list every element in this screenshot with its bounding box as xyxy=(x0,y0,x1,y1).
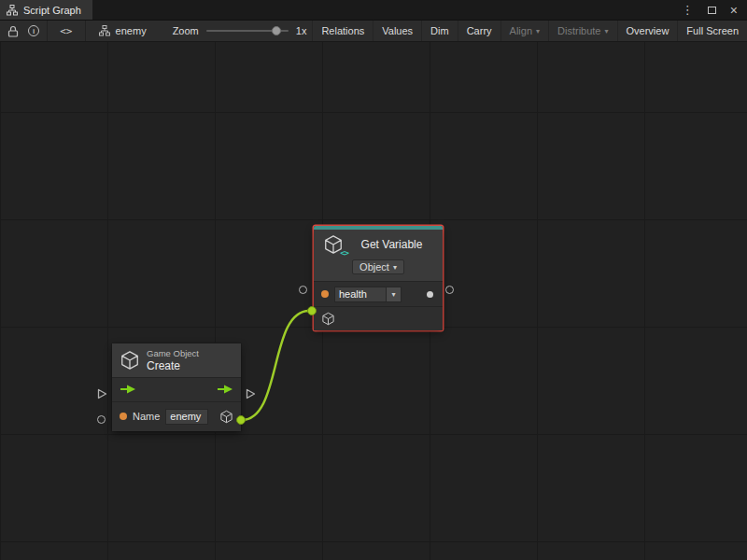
create-name-row: Name xyxy=(112,401,241,431)
variable-kind-dropdown[interactable]: Object ▾ xyxy=(352,259,404,274)
graph-reference[interactable]: enemy xyxy=(86,21,160,41)
chevron-down-icon: ▾ xyxy=(536,27,540,35)
chevron-down-icon: ▾ xyxy=(391,290,395,299)
object-target-port[interactable] xyxy=(307,306,317,315)
create-node-subtitle: Game Object xyxy=(147,348,199,359)
graph-toolbar: i <> enemy Zoom 1x Relations Values Dim xyxy=(0,20,747,42)
info-icon[interactable]: i xyxy=(28,25,39,36)
zoom-control: Zoom 1x xyxy=(160,21,313,41)
object-target-row xyxy=(314,306,443,330)
get-variable-header: <> Get Variable xyxy=(314,230,443,257)
variable-input-port[interactable] xyxy=(299,286,307,294)
game-object-output-cube-icon xyxy=(219,410,233,424)
zoom-label: Zoom xyxy=(173,25,199,36)
graph-tab-icon xyxy=(7,5,18,16)
graph-name-label: enemy xyxy=(116,25,147,36)
value-output-dot xyxy=(427,291,433,298)
object-target-cube-icon xyxy=(321,312,335,326)
flow-in-arrow-icon[interactable] xyxy=(120,385,136,394)
tab-title: Script Graph xyxy=(23,5,81,16)
zoom-slider[interactable] xyxy=(206,30,289,32)
game-object-output-port[interactable] xyxy=(236,415,246,425)
code-view-icon[interactable]: <> xyxy=(48,21,85,41)
distribute-button[interactable]: Distribute ▾ xyxy=(548,21,616,41)
create-node-header: Game Object Create xyxy=(112,343,241,377)
variable-name-row: ▾ xyxy=(314,281,443,306)
relations-button[interactable]: Relations xyxy=(312,21,373,41)
tab-script-graph[interactable]: Script Graph xyxy=(0,0,92,20)
kebab-menu-icon[interactable]: ⋮ xyxy=(682,4,694,16)
name-input-port[interactable] xyxy=(97,415,106,424)
name-param-label: Name xyxy=(133,411,160,422)
value-port-dot xyxy=(321,290,329,298)
carry-button[interactable]: Carry xyxy=(458,21,500,41)
graph-asset-icon xyxy=(99,25,110,36)
variable-kind-row: Object ▾ xyxy=(314,257,443,281)
flow-out-port[interactable] xyxy=(246,388,256,399)
code-badge-icon: <> xyxy=(340,248,348,258)
toolbar-buttons: Relations Values Dim Carry Align ▾ Distr… xyxy=(312,21,747,41)
value-port-dot xyxy=(120,413,127,420)
flow-out-arrow-icon[interactable] xyxy=(217,385,233,394)
overview-button[interactable]: Overview xyxy=(617,21,678,41)
script-graph-window: Script Graph ⋮ × i <> enemy xyxy=(0,0,747,560)
lock-icon[interactable] xyxy=(7,25,19,37)
create-node-title: Create xyxy=(147,359,199,372)
toolbar-left-group: i xyxy=(0,21,47,41)
game-object-cube-icon xyxy=(120,350,140,371)
window-controls: ⋮ × xyxy=(682,0,747,20)
align-button[interactable]: Align ▾ xyxy=(500,21,548,41)
zoom-value: 1x xyxy=(296,25,307,36)
dim-button[interactable]: Dim xyxy=(421,21,458,41)
variable-output-port[interactable] xyxy=(445,286,454,294)
close-icon[interactable]: × xyxy=(730,4,738,17)
graph-canvas[interactable]: Game Object Create Name xyxy=(0,42,747,560)
node-create-game-object[interactable]: Game Object Create Name xyxy=(112,343,241,431)
node-get-variable[interactable]: <> Get Variable Object ▾ ▾ xyxy=(314,226,443,330)
create-flow-row xyxy=(112,377,241,401)
titlebar: Script Graph ⋮ × xyxy=(0,0,747,20)
full-screen-button[interactable]: Full Screen xyxy=(677,21,747,41)
maximize-icon[interactable] xyxy=(708,7,716,14)
zoom-slider-handle[interactable] xyxy=(272,26,281,35)
chevron-down-icon: ▾ xyxy=(393,263,397,272)
flow-in-port[interactable] xyxy=(97,388,107,399)
get-variable-title: Get Variable xyxy=(350,238,433,251)
variable-name-input[interactable] xyxy=(334,287,387,302)
chevron-down-icon: ▾ xyxy=(605,27,609,35)
name-param-input[interactable] xyxy=(165,409,208,425)
values-button[interactable]: Values xyxy=(373,21,421,41)
variable-picker-dropdown[interactable]: ▾ xyxy=(387,287,402,302)
